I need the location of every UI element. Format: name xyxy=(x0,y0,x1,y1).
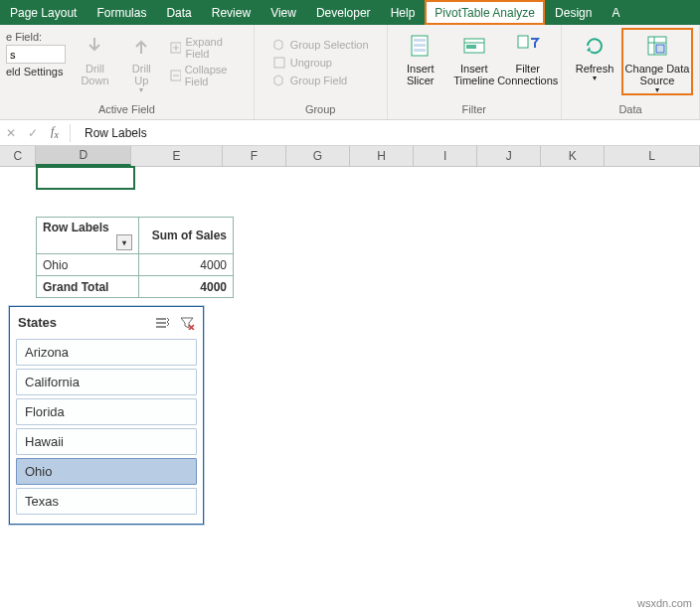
tab-review[interactable]: Review xyxy=(202,0,261,25)
watermark: wsxdn.com xyxy=(637,597,692,609)
group-label-active-field: Active Field xyxy=(98,101,155,117)
group-selection-icon xyxy=(272,38,286,52)
svg-rect-6 xyxy=(414,49,426,52)
slicer-item[interactable]: Ohio xyxy=(16,458,197,485)
tab-data[interactable]: Data xyxy=(156,0,201,25)
svg-rect-8 xyxy=(466,45,476,49)
group-active-field: e Field: eld Settings Drill Down Drill U… xyxy=(0,25,255,119)
accept-formula-icon[interactable]: ✓ xyxy=(22,126,44,140)
svg-rect-5 xyxy=(414,44,426,47)
column-header-f[interactable]: F xyxy=(223,146,286,166)
pivot-grand-total-value: 4000 xyxy=(139,276,234,298)
change-data-source-button[interactable]: Change Data Source xyxy=(621,28,693,95)
formula-value[interactable]: Row Labels xyxy=(75,126,147,140)
svg-rect-4 xyxy=(414,39,426,42)
ribbon: e Field: eld Settings Drill Down Drill U… xyxy=(0,25,700,120)
tab-developer[interactable]: Developer xyxy=(306,0,381,25)
field-settings-button[interactable]: eld Settings xyxy=(6,66,66,77)
pivot-row-header[interactable]: Row Labels ▾ xyxy=(37,218,139,254)
timeline-icon xyxy=(460,32,488,60)
column-header-k[interactable]: K xyxy=(541,146,605,166)
pivot-value-header: Sum of Sales xyxy=(139,218,234,254)
pivot-table[interactable]: Row Labels ▾ Sum of Sales Ohio4000 Grand… xyxy=(36,217,234,298)
drill-down-icon xyxy=(81,32,108,60)
column-header-h[interactable]: H xyxy=(350,146,414,166)
svg-rect-11 xyxy=(656,45,664,53)
formula-bar: ✕ ✓ fx Row Labels xyxy=(0,120,700,146)
insert-timeline-button[interactable]: Insert Timeline xyxy=(447,28,501,86)
pivot-row-value: 4000 xyxy=(139,254,234,276)
column-header-i[interactable]: I xyxy=(414,146,477,166)
drill-up-button[interactable]: Drill Up xyxy=(118,28,165,95)
pivot-row[interactable]: Ohio4000 xyxy=(37,254,234,276)
insert-slicer-button[interactable]: Insert Slicer xyxy=(394,28,447,86)
ungroup-icon xyxy=(272,56,286,70)
group-label-filter: Filter xyxy=(462,101,486,117)
slicer-icon xyxy=(407,32,435,60)
group-selection-button[interactable]: Group Selection xyxy=(268,36,373,54)
slicer-item[interactable]: Arizona xyxy=(16,339,197,366)
pivot-grand-total-label: Grand Total xyxy=(37,276,139,298)
group-filter: Insert Slicer Insert Timeline Filter Con… xyxy=(388,25,562,119)
group-field-button[interactable]: Group Field xyxy=(268,72,373,89)
column-header-g[interactable]: G xyxy=(286,146,350,166)
drill-down-button[interactable]: Drill Down xyxy=(72,28,118,86)
clear-filter-icon[interactable] xyxy=(179,316,195,330)
slicer-states[interactable]: States ArizonaCaliforniaFloridaHawaiiOhi… xyxy=(9,306,204,525)
expand-field-button[interactable]: Expand Field xyxy=(165,34,248,62)
tab-formulas[interactable]: Formulas xyxy=(87,0,156,25)
column-header-c[interactable]: C xyxy=(0,146,36,166)
active-field-label: e Field: xyxy=(6,31,66,43)
slicer-item[interactable]: California xyxy=(16,369,197,395)
column-headers: CDEFGHIJKL xyxy=(0,146,700,167)
slicer-item[interactable]: Hawaii xyxy=(16,428,197,455)
multi-select-icon[interactable] xyxy=(155,316,171,330)
filter-dropdown-icon[interactable]: ▾ xyxy=(116,234,132,250)
cancel-formula-icon[interactable]: ✕ xyxy=(0,126,22,140)
svg-rect-2 xyxy=(274,58,284,68)
filter-connections-button[interactable]: Filter Connections xyxy=(501,28,555,86)
fx-icon[interactable]: fx xyxy=(44,124,66,140)
column-header-d[interactable]: D xyxy=(36,146,131,166)
refresh-icon xyxy=(581,32,609,60)
tab-pivottable-analyze[interactable]: PivotTable Analyze xyxy=(425,0,545,25)
tab-help[interactable]: Help xyxy=(381,0,426,25)
refresh-button[interactable]: Refresh xyxy=(568,28,621,83)
column-header-e[interactable]: E xyxy=(131,146,223,166)
column-header-j[interactable]: J xyxy=(477,146,541,166)
tab-design[interactable]: Design xyxy=(545,0,602,25)
tab-view[interactable]: View xyxy=(261,0,306,25)
pivot-row-label: Ohio xyxy=(37,254,139,276)
group-data: Refresh Change Data Source Data xyxy=(562,25,700,119)
slicer-item[interactable]: Florida xyxy=(16,398,197,425)
svg-rect-9 xyxy=(518,36,528,48)
collapse-icon xyxy=(169,69,181,82)
cell-selection xyxy=(36,166,135,190)
tab-a[interactable]: A xyxy=(602,0,629,25)
slicer-title: States xyxy=(18,315,57,330)
active-field-input[interactable] xyxy=(6,45,66,64)
group-label-group: Group xyxy=(305,101,336,117)
slicer-item[interactable]: Texas xyxy=(16,488,197,515)
expand-icon xyxy=(169,41,182,55)
tab-page-layout[interactable]: Page Layout xyxy=(0,0,87,25)
ungroup-button[interactable]: Ungroup xyxy=(268,54,373,72)
group-group: Group Selection Ungroup Group Field Grou… xyxy=(255,25,388,119)
ribbon-tabs: Page Layout Formulas Data Review View De… xyxy=(0,0,700,25)
change-data-source-icon xyxy=(643,32,671,60)
group-label-data: Data xyxy=(618,101,641,117)
collapse-field-button[interactable]: Collapse Field xyxy=(165,62,248,89)
filter-connections-icon xyxy=(514,32,542,60)
group-field-icon xyxy=(272,74,286,87)
column-header-l[interactable]: L xyxy=(605,146,700,166)
drill-up-icon xyxy=(127,32,155,60)
worksheet[interactable]: Row Labels ▾ Sum of Sales Ohio4000 Grand… xyxy=(0,167,700,594)
